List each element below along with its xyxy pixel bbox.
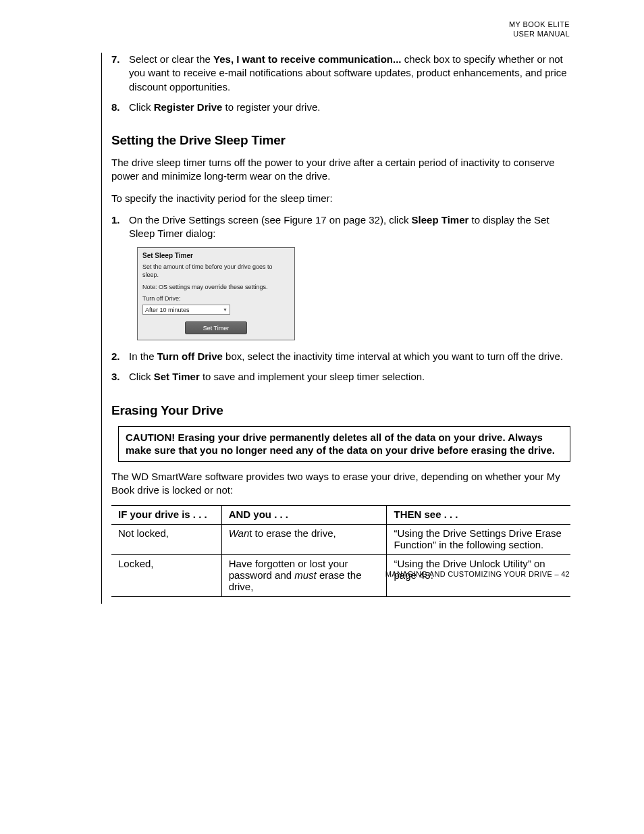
header-line1: MY BOOK ELITE [509, 20, 570, 30]
step-text: On the Drive Settings screen (see Figure… [129, 213, 570, 241]
heading-sleep-timer: Setting the Drive Sleep Timer [111, 133, 570, 148]
erase-table: IF your drive is . . . AND you . . . THE… [111, 505, 570, 597]
header-line2: USER MANUAL [509, 30, 570, 39]
table-row: Not locked, Want to erase the drive, “Us… [111, 525, 570, 555]
sleep-intro-1: The drive sleep timer turns off the powe… [111, 156, 570, 184]
page-footer: MANAGING AND CUSTOMIZING YOUR DRIVE – 42 [385, 570, 570, 578]
numbered-step: 7. Select or clear the Yes, I want to re… [111, 53, 570, 94]
sleep-intro-2: To specify the inactivity period for the… [111, 192, 570, 205]
step-number: 8. [111, 101, 129, 114]
numbered-step: 1. On the Drive Settings screen (see Fig… [111, 213, 570, 241]
step-number: 2. [111, 350, 129, 363]
dialog-line2: Note: OS settings may override these set… [142, 284, 290, 292]
cell-if: Not locked, [111, 525, 221, 555]
set-timer-button[interactable]: Set Timer [185, 321, 247, 334]
chevron-down-icon: ▼ [223, 307, 227, 312]
cell-and: Want to erase the drive, [221, 525, 387, 555]
step-number: 7. [111, 53, 129, 94]
numbered-step: 8. Click Register Drive to register your… [111, 101, 570, 114]
dialog-title: Set Sleep Timer [142, 252, 290, 259]
step-number: 3. [111, 370, 129, 384]
step-text: Click Set Timer to save and implement yo… [129, 370, 570, 384]
step-text: Click Register Drive to register your dr… [129, 101, 570, 114]
step-text: Select or clear the Yes, I want to recei… [129, 53, 570, 94]
page-content: 7. Select or clear the Yes, I want to re… [111, 53, 570, 597]
set-timer-button-label: Set Timer [203, 325, 230, 332]
margin-rule [101, 53, 102, 604]
th-then: THEN see . . . [387, 506, 570, 525]
heading-erasing: Erasing Your Drive [111, 403, 570, 418]
step-text: In the Turn off Drive box, select the in… [129, 350, 570, 363]
cell-and: Have forgotten or lost your password and… [221, 555, 387, 597]
turn-off-drive-select[interactable]: After 10 minutes ▼ [142, 305, 230, 315]
th-if: IF your drive is . . . [111, 506, 221, 525]
dialog-turnoff-label: Turn off Drive: [142, 295, 290, 303]
select-value: After 10 minutes [145, 307, 190, 313]
cell-if: Locked, [111, 555, 221, 597]
caution-box: CAUTION! Erasing your drive permanently … [118, 426, 570, 462]
numbered-step: 3. Click Set Timer to save and implement… [111, 370, 570, 384]
step-number: 1. [111, 213, 129, 241]
numbered-step: 2. In the Turn off Drive box, select the… [111, 350, 570, 363]
page-header: MY BOOK ELITE USER MANUAL [509, 20, 570, 39]
set-sleep-timer-dialog: Set Sleep Timer Set the amount of time b… [137, 247, 295, 340]
cell-then: “Using the Drive Settings Drive Erase Fu… [387, 525, 570, 555]
erase-intro: The WD SmartWare software provides two w… [111, 470, 570, 498]
dialog-line1: Set the amount of time before your drive… [142, 263, 290, 279]
th-and: AND you . . . [221, 506, 387, 525]
